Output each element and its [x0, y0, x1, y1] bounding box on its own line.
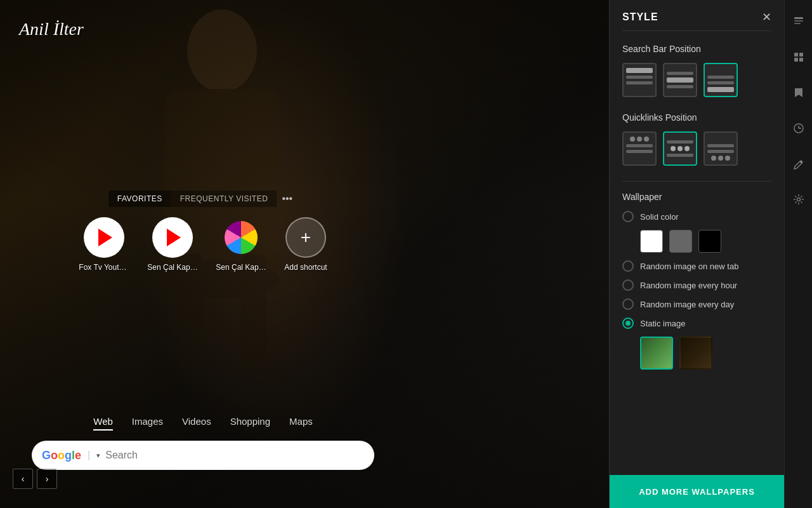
clock-icon[interactable] — [787, 117, 810, 140]
ql-line-6 — [707, 150, 734, 153]
wallpaper-separator — [622, 181, 771, 182]
ql-line-1 — [626, 144, 653, 147]
wallpaper-random-day-option[interactable]: Random image every day — [622, 298, 771, 310]
add-shortcut[interactable]: + Add shortcut — [284, 217, 327, 272]
svg-rect-10 — [794, 58, 798, 62]
settings-icon[interactable] — [787, 188, 810, 211]
shortcut-sencal-1[interactable]: Sen Çal Kapımı... — [147, 217, 198, 272]
ql-dot-b — [725, 156, 730, 161]
swatch-gray[interactable] — [669, 230, 692, 253]
shortcut-label-4: Add shortcut — [284, 263, 327, 272]
pos-line-3 — [667, 72, 693, 75]
wallpaper-random-new-option[interactable]: Random image on new tab — [622, 260, 771, 272]
add-more-wallpapers-button[interactable]: ADD MORE WALLPAPERS — [610, 475, 784, 508]
edit-icon[interactable] — [787, 152, 810, 175]
svg-rect-6 — [794, 20, 803, 22]
ql-icon-top — [626, 137, 653, 161]
ql-line-4 — [667, 154, 693, 157]
quicklinks-position-title: Quicklinks Position — [622, 112, 771, 123]
tab-maps[interactable]: Maps — [289, 416, 313, 431]
center-content: Web Images Videos Shopping Maps Google |… — [0, 416, 406, 470]
radio-random-new-label: Random image on new tab — [640, 262, 738, 271]
pos-line-6 — [707, 81, 734, 84]
ql-icon-bot — [707, 137, 734, 161]
shortcut-sencal-2[interactable]: Sen Çal Kapımı... — [216, 217, 266, 272]
pos-line-2 — [626, 81, 653, 84]
tab-videos[interactable]: Videos — [182, 416, 211, 431]
quicklinks-pos-top[interactable] — [622, 131, 657, 166]
svg-rect-9 — [799, 53, 803, 57]
ql-line-3 — [667, 140, 693, 144]
close-button[interactable]: ✕ — [762, 11, 771, 23]
panel-title: STYLE — [622, 11, 658, 23]
quicklinks-position-section: Quicklinks Position — [622, 112, 771, 166]
tab-frequently-visited[interactable]: FREQUENTLY VISITED — [171, 190, 277, 207]
radio-static — [622, 318, 634, 329]
ql-dot-m — [671, 146, 676, 151]
search-pos-top[interactable] — [622, 63, 657, 97]
grid-icon[interactable] — [787, 46, 810, 69]
wallpaper-section: Wallpaper Solid color Random image on ne… — [622, 192, 771, 370]
yt-circle-2 — [156, 221, 189, 254]
more-options-button[interactable]: ••• — [277, 190, 298, 207]
shortcut-icon-youtube-1 — [84, 217, 124, 258]
nav-next-button[interactable]: › — [37, 469, 57, 489]
pos-line-1 — [626, 76, 653, 79]
ql-dot-m — [678, 146, 683, 151]
ql-dot — [630, 137, 635, 142]
ql-line-2 — [626, 150, 653, 153]
shortcut-label-3: Sen Çal Kapımı... — [216, 263, 266, 272]
nav-arrows: ‹ › — [13, 469, 57, 489]
yt-circle-1 — [88, 221, 121, 254]
ql-dot-m — [684, 146, 690, 151]
tab-web[interactable]: Web — [93, 416, 113, 431]
wallpaper-thumb-1[interactable] — [640, 337, 673, 370]
radio-random-day-label: Random image every day — [640, 300, 734, 309]
shortcuts-row: Fox Tv Youtube Sen Çal Kapımı... Sen Çal… — [79, 217, 327, 272]
shortcut-label-2: Sen Çal Kapımı... — [147, 263, 198, 272]
search-dropdown[interactable]: ▾ — [96, 451, 100, 460]
tab-shopping[interactable]: Shopping — [230, 416, 270, 431]
swatch-white[interactable] — [640, 230, 663, 253]
swatch-black[interactable] — [698, 230, 721, 253]
svg-rect-8 — [794, 53, 798, 57]
shortcut-fox-youtube[interactable]: Fox Tv Youtube — [79, 217, 129, 272]
radio-random-hour-label: Random image every hour — [640, 281, 737, 290]
wallpaper-solid-option[interactable]: Solid color — [622, 211, 771, 222]
style-panel: STYLE ✕ Search Bar Position — [609, 0, 812, 508]
radio-dot-static — [625, 321, 631, 326]
ql-dots-top — [626, 137, 653, 142]
quicklinks-position-options — [622, 131, 771, 166]
pos-line-5 — [707, 76, 734, 79]
tab-images[interactable]: Images — [132, 416, 163, 431]
wallpaper-random-hour-option[interactable]: Random image every hour — [622, 279, 771, 291]
quicklinks-pos-middle[interactable] — [663, 131, 697, 166]
pos-line-4 — [667, 85, 693, 88]
pos-icon-middle — [667, 68, 693, 92]
search-input[interactable] — [105, 450, 364, 461]
search-divider: | — [88, 450, 90, 461]
shortcut-tabs-row: FAVORITES FREQUENTLY VISITED ••• — [108, 190, 298, 207]
pos-bar-bot — [707, 87, 734, 92]
tab-favorites[interactable]: FAVORITES — [108, 190, 171, 207]
nav-prev-button[interactable]: ‹ — [13, 469, 33, 489]
g-blue2: g — [65, 449, 72, 462]
yt-play-icon-2 — [167, 229, 181, 246]
svg-rect-7 — [794, 23, 801, 24]
wallpaper-thumb-2[interactable] — [679, 337, 712, 370]
g-red2: e — [75, 449, 81, 462]
pos-icon-top — [626, 68, 653, 92]
search-pos-bottom[interactable] — [704, 63, 738, 97]
wallpaper-static-option[interactable]: Static image — [622, 318, 771, 329]
shortcut-label-1: Fox Tv Youtube — [79, 263, 129, 272]
rss-icon[interactable] — [787, 10, 810, 33]
wallpaper-thumbnails — [640, 337, 771, 370]
search-bar-position-options — [622, 63, 771, 97]
search-pos-middle[interactable] — [663, 63, 697, 97]
bookmark-icon[interactable] — [787, 81, 810, 104]
ql-dot-b — [711, 156, 716, 161]
g-red: o — [51, 449, 58, 462]
quicklinks-pos-bottom[interactable] — [704, 131, 738, 166]
pos-icon-bottom — [707, 68, 734, 92]
icon-bar — [784, 0, 812, 508]
